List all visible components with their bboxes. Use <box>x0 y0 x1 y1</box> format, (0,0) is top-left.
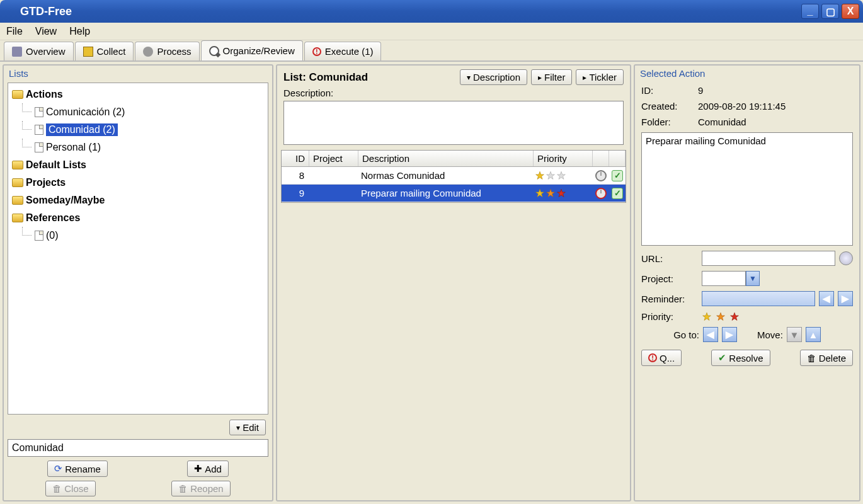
tab-organize-label: Organize/Review <box>223 45 295 56</box>
tickler-toggle[interactable]: ▸Tickler <box>576 69 624 85</box>
close-list-button[interactable]: 🗑Close <box>45 481 95 496</box>
tab-collect-label: Collect <box>97 46 126 57</box>
reminder-input[interactable] <box>702 291 815 306</box>
process-icon <box>143 47 153 57</box>
tree-item-personal[interactable]: Personal (1) <box>9 139 266 156</box>
window-title: GTD-Free <box>20 5 801 18</box>
folder-icon <box>12 178 23 187</box>
reminder-prev[interactable]: ◀ <box>819 291 834 306</box>
delete-button[interactable]: 🗑Delete <box>800 350 853 366</box>
file-icon <box>35 231 43 241</box>
reminder-label: Reminder: <box>641 294 698 304</box>
id-label: ID: <box>641 85 698 96</box>
tab-organize[interactable]: Organize/Review <box>201 40 303 60</box>
minimize-button[interactable]: _ <box>801 4 819 19</box>
grid-header: ID Project Description Priority <box>282 151 626 167</box>
selected-action-title: Selected Action <box>635 66 859 81</box>
folder-value: Comunidad <box>698 117 746 127</box>
tab-overview[interactable]: Overview <box>4 42 74 60</box>
globe-icon[interactable] <box>839 251 853 265</box>
priority-label: Priority: <box>641 311 698 322</box>
add-button[interactable]: ✚Add <box>187 461 229 477</box>
description-toggle[interactable]: ▾Description <box>460 69 527 85</box>
tab-process-label: Process <box>157 46 191 57</box>
file-icon <box>35 142 43 152</box>
menu-bar: File View Help <box>0 23 863 40</box>
menu-view[interactable]: View <box>35 26 57 37</box>
priority-cell[interactable] <box>534 188 593 198</box>
app-icon <box>4 6 15 17</box>
reopen-button[interactable]: 🗑Reopen <box>171 481 231 496</box>
tab-process[interactable]: Process <box>135 42 199 60</box>
tree-group-projects[interactable]: Projects <box>9 174 266 192</box>
star-icon <box>535 188 545 198</box>
tab-collect[interactable]: Collect <box>75 42 134 60</box>
edit-button[interactable]: ▾Edit <box>229 420 266 435</box>
maximize-button[interactable]: ▢ <box>821 4 839 19</box>
description-textarea[interactable] <box>283 101 624 145</box>
tab-bar: Overview Collect Process Organize/Review… <box>0 40 863 62</box>
star-icon <box>546 171 556 181</box>
col-extra1 <box>593 151 609 166</box>
tab-overview-label: Overview <box>26 46 66 57</box>
tree-item-ref0[interactable]: (0) <box>9 227 266 244</box>
lists-tree[interactable]: Actions Comunicación (2) Comunidad (2) P… <box>8 83 268 415</box>
tree-item-comunicacion[interactable]: Comunicación (2) <box>9 103 266 121</box>
url-input[interactable] <box>702 251 835 266</box>
file-icon <box>35 107 43 117</box>
move-up[interactable]: ▲ <box>806 327 821 342</box>
tree-group-actions[interactable]: Actions <box>9 86 266 103</box>
goto-next[interactable]: ▶ <box>722 327 737 342</box>
filter-toggle[interactable]: ▸Filter <box>531 69 572 85</box>
rename-button[interactable]: ⟳Rename <box>47 461 108 477</box>
col-priority[interactable]: Priority <box>534 151 593 166</box>
check-icon[interactable]: ✓ <box>612 170 623 181</box>
priority-cell[interactable] <box>534 171 593 181</box>
clock-icon[interactable] <box>595 170 607 181</box>
menu-file[interactable]: File <box>6 26 23 37</box>
menu-help[interactable]: Help <box>69 26 90 37</box>
description-label: Description: <box>277 86 630 100</box>
star-icon <box>556 188 566 198</box>
star-icon[interactable] <box>702 312 712 322</box>
col-description[interactable]: Description <box>358 151 534 166</box>
clock-icon[interactable] <box>595 188 607 199</box>
magnifier-icon <box>209 46 219 56</box>
title-bar: GTD-Free _ ▢ X <box>0 0 863 23</box>
star-icon[interactable] <box>729 312 740 322</box>
chevron-down-icon[interactable]: ▼ <box>746 271 760 286</box>
lists-panel: Lists Actions Comunicación (2) Comunidad… <box>3 64 273 501</box>
move-down[interactable]: ▼ <box>787 327 802 342</box>
check-icon[interactable]: ✓ <box>612 188 623 199</box>
actions-grid: ID Project Description Priority 8 Normas… <box>281 150 626 203</box>
list-name-input[interactable] <box>8 439 268 457</box>
queue-button[interactable]: !Q... <box>641 350 682 366</box>
priority-stars[interactable] <box>702 312 740 322</box>
alert-icon: ! <box>648 353 657 362</box>
grid-row-9[interactable]: 9 Preparar mailing Comunidad ✓ <box>282 185 626 202</box>
col-id[interactable]: ID <box>282 151 309 166</box>
resolve-button[interactable]: ✔Resolve <box>711 350 770 366</box>
tree-group-references[interactable]: References <box>9 209 266 227</box>
list-heading: List: Comunidad <box>283 71 368 84</box>
trash-icon: 🗑 <box>52 483 62 494</box>
folder-icon <box>12 214 23 222</box>
selected-action-panel: Selected Action ID:9 Created:2009-08-20 … <box>634 64 860 501</box>
col-project[interactable]: Project <box>309 151 358 166</box>
tree-group-default[interactable]: Default Lists <box>9 156 266 174</box>
grid-row-8[interactable]: 8 Normas Comunidad ✓ <box>282 167 626 185</box>
folder-icon <box>12 161 23 169</box>
reminder-next[interactable]: ▶ <box>838 291 853 306</box>
action-description-textarea[interactable]: Preparar mailing Comunidad <box>641 132 853 246</box>
center-panel: List: Comunidad ▾Description ▸Filter ▸Ti… <box>276 64 631 501</box>
move-label: Move: <box>757 329 783 340</box>
star-icon <box>556 171 566 181</box>
alert-icon: ! <box>312 47 321 56</box>
close-button[interactable]: X <box>842 4 859 19</box>
tree-item-comunidad[interactable]: Comunidad (2) <box>9 121 266 139</box>
tab-execute[interactable]: !Execute (1) <box>304 42 382 60</box>
star-icon[interactable] <box>716 312 726 322</box>
goto-prev[interactable]: ◀ <box>703 327 718 342</box>
project-combo[interactable]: ▼ <box>702 271 760 286</box>
tree-group-someday[interactable]: Someday/Maybe <box>9 192 266 209</box>
